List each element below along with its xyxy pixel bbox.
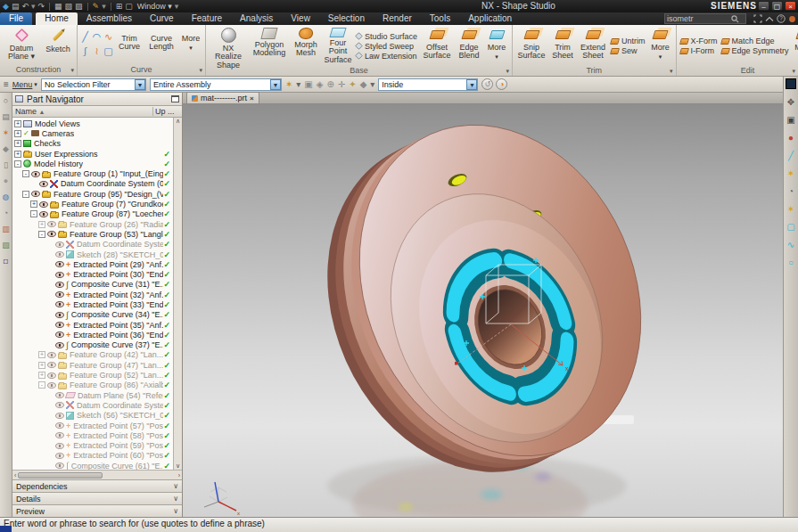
undo-icon[interactable]: ↶ — [21, 2, 29, 11]
morph-mesh-button[interactable]: Morph Mesh — [290, 26, 322, 60]
i-form-button[interactable]: I-Form — [680, 46, 718, 55]
snap-star-icon[interactable]: ✦ — [349, 78, 356, 91]
scroll-down-icon[interactable]: ∨ — [176, 462, 180, 470]
undo-dropdown-icon[interactable]: ▾ — [31, 2, 36, 11]
part-tab[interactable]: mat--------.prt × — [186, 92, 259, 103]
visibility-eye-icon[interactable] — [55, 342, 64, 348]
collapse-icon[interactable]: - — [38, 381, 45, 389]
styled-sweep-button[interactable]: Styled Sweep — [356, 42, 417, 51]
selection-filter-combo[interactable]: No Selection Filter▼ — [41, 78, 146, 91]
wand-dropdown-icon[interactable]: ▾ — [296, 78, 300, 91]
tree-row[interactable]: Datum Plane (54) "Refer...✓ — [12, 390, 173, 400]
menu-button[interactable]: Menu ▾ — [12, 80, 37, 89]
web-browser-icon[interactable]: ◍ — [3, 192, 10, 201]
visibility-eye-icon[interactable] — [55, 413, 64, 419]
3d-model-flange[interactable]: x x — [183, 104, 783, 517]
tree-row[interactable]: -Feature Group (95) "Design_(Ver...✓ — [12, 189, 173, 199]
select-box-icon[interactable]: ▣ — [304, 78, 312, 91]
tree-row[interactable]: Sketch (28) "SKETCH_001"✓ — [12, 250, 173, 259]
visibility-eye-icon[interactable] — [55, 432, 64, 438]
session-clock-icon[interactable]: ◔ — [788, 186, 794, 196]
arc-tool-icon[interactable]: ◠ — [91, 30, 103, 45]
tree-row[interactable]: -Feature Group (86) "Axialb...✓ — [12, 381, 173, 390]
tree-horizontal-scrollbar[interactable]: ‹› — [12, 470, 182, 479]
combo-arrow-icon[interactable]: ▼ — [270, 79, 281, 90]
match-edge-button[interactable]: Match Edge — [721, 37, 789, 45]
tab-analysis[interactable]: Analysis — [231, 12, 282, 25]
expand-icon[interactable]: + — [14, 140, 21, 147]
tree-row[interactable]: Sketch (56) "SKETCH_00...✓ — [12, 411, 173, 421]
view-palette-icon[interactable]: ▯ — [4, 160, 8, 169]
command-finder-input[interactable] — [667, 14, 731, 23]
visibility-eye-icon[interactable] — [31, 191, 40, 197]
material-ball-icon[interactable]: ● — [788, 133, 794, 143]
tree-row[interactable]: +Feature Group (42) "Lan...✓ — [12, 350, 173, 360]
trim-more-button[interactable]: More▾ — [647, 26, 674, 62]
dependencies-section[interactable]: Dependencies∨ — [12, 479, 182, 492]
scroll-right-icon[interactable]: › — [178, 472, 180, 479]
expand-icon[interactable]: + — [14, 130, 21, 137]
visibility-eye-icon[interactable] — [47, 231, 56, 237]
scroll-up-icon[interactable]: ∧ — [176, 118, 180, 125]
rectangle-tool-icon[interactable]: ▢ — [786, 222, 794, 232]
snip-surface-button[interactable]: Snip Surface — [514, 26, 548, 62]
law-extension-button[interactable]: Law Extension — [356, 52, 417, 61]
visibility-eye-icon[interactable] — [47, 352, 56, 358]
highlight-wand-icon[interactable]: ✶ — [285, 78, 292, 91]
visibility-eye-icon[interactable] — [55, 443, 64, 449]
tab-file[interactable]: File — [0, 12, 32, 25]
combo-arrow-icon[interactable]: ▼ — [466, 79, 477, 90]
tree-row[interactable]: Extracted Point (33) "End...✓ — [12, 299, 173, 309]
visibility-eye-icon[interactable] — [47, 362, 56, 368]
restore-button[interactable]: ▢ — [771, 1, 783, 11]
tree-vertical-scrollbar[interactable]: ∧∨ — [173, 118, 182, 470]
visibility-eye-icon[interactable] — [39, 201, 48, 208]
manufacturing-wizard-icon[interactable]: ▧ — [2, 241, 10, 250]
visibility-eye-icon[interactable] — [55, 322, 64, 328]
tab-view[interactable]: View — [282, 12, 319, 25]
sketch-button[interactable]: Sketch — [41, 26, 75, 55]
four-point-surface-button[interactable]: Four Point Surface — [322, 26, 354, 66]
process-studio-icon[interactable]: ▥ — [2, 225, 10, 233]
curve-more-button[interactable]: More▾ — [178, 26, 203, 53]
minimize-ribbon-icon[interactable] — [765, 16, 774, 22]
snap-cube-icon[interactable]: ◆ — [360, 78, 367, 91]
tree-row[interactable]: Extracted Point (35) "Anf...✓ — [12, 320, 173, 330]
cut-icon[interactable]: ▦ — [54, 2, 62, 11]
tree-row[interactable]: -Feature Group (1) "Input_(Eingab...✓ — [12, 168, 173, 178]
tree-row[interactable]: +Feature Group (26) "Radial...✓ — [12, 219, 173, 229]
collapse-icon[interactable]: - — [22, 191, 29, 198]
visibility-eye-icon[interactable] — [55, 392, 64, 398]
trim-sheet-button[interactable]: Trim Sheet — [548, 26, 577, 62]
tree-row[interactable]: Extracted Point (29) "Anf...✓ — [12, 259, 173, 269]
tree-row[interactable]: +Model Views — [12, 119, 173, 128]
expand-icon[interactable]: + — [38, 221, 45, 228]
hd3d-tools-icon[interactable]: ● — [4, 176, 8, 185]
tree-row[interactable]: Composite Curve (37) "E...✓ — [12, 340, 173, 350]
copy-icon[interactable]: ▧ — [65, 2, 73, 11]
nx-realize-shape-button[interactable]: NX Realize Shape — [208, 26, 249, 71]
visibility-eye-icon[interactable] — [55, 291, 64, 298]
expand-icon[interactable]: + — [30, 201, 37, 208]
combo-arrow-icon[interactable]: ▼ — [135, 79, 145, 90]
polygon-modeling-button[interactable]: Polygon Modeling — [249, 26, 290, 60]
tree-row[interactable]: +Feature Group (47) "Lan...✓ — [12, 360, 173, 370]
brush-dropdown-icon[interactable]: ▾ — [102, 2, 106, 11]
snap-point-icon[interactable]: ⊕ — [326, 78, 333, 91]
visibility-eye-icon[interactable] — [55, 312, 64, 318]
tree-row[interactable]: Composite Curve (34) "E...✓ — [12, 310, 173, 320]
window-menu[interactable]: Window ▾ — [137, 2, 172, 11]
fullscreen-icon[interactable] — [753, 14, 762, 23]
part-navigator-icon[interactable]: ✶ — [3, 128, 10, 137]
visibility-eye-icon[interactable] — [39, 211, 48, 217]
collapse-icon[interactable]: - — [38, 231, 45, 238]
edit-more-button[interactable]: More▾ — [791, 26, 798, 62]
nx-logo-icon[interactable]: ◆ — [3, 2, 9, 11]
tab-home[interactable]: Home — [36, 12, 78, 25]
tree-row[interactable]: Extracted Point (60) "Pos...✓ — [12, 451, 173, 461]
snap-mid-icon[interactable]: ✛ — [338, 78, 345, 91]
fit-view-icon[interactable]: ▣ — [786, 115, 794, 125]
scroll-left-icon[interactable]: ‹ — [14, 472, 16, 479]
visibility-eye-icon[interactable] — [55, 251, 64, 258]
tree-row[interactable]: Extracted Point (32) "Anf...✓ — [12, 290, 173, 299]
